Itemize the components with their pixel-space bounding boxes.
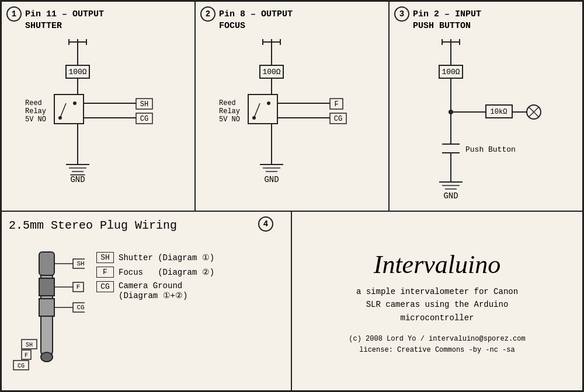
svg-text:5V NO: 5V NO xyxy=(25,116,46,124)
svg-point-38 xyxy=(252,116,256,120)
legend-list: SH Shutter (Diagram ①) F Focus (Diagram … xyxy=(96,252,214,304)
legend-text-sh: Shutter (Diagram ①) xyxy=(119,253,214,262)
diagram-3-title: Pin 2 – INPUTPUSH BUTTON xyxy=(413,9,576,32)
diagram-2-svg: 100Ω F CG Reed Relay 5V N xyxy=(213,36,371,194)
legend-row-f: F Focus (Diagram ②) xyxy=(96,267,214,278)
svg-text:SH: SH xyxy=(140,100,148,108)
diagram-1-number: 1 xyxy=(6,6,22,22)
svg-text:CG: CG xyxy=(77,304,84,311)
legend-row-cg: CG Camera Ground(Diagram ①+②) xyxy=(96,281,214,300)
svg-point-39 xyxy=(267,102,270,105)
app-copyright: (c) 2008 Lord Yo / intervaluino@sporez.c… xyxy=(349,334,525,356)
diagram-4-number: 4 xyxy=(258,216,273,232)
svg-text:F: F xyxy=(25,352,28,359)
svg-text:10kΩ: 10kΩ xyxy=(491,108,507,116)
bottom-row: 4 2.5mm Stereo Plug Wiring SH xyxy=(2,212,582,392)
svg-text:GND: GND xyxy=(70,175,85,184)
app-subtitle: a simple intervalometer for CanonSLR cam… xyxy=(356,285,518,324)
diagram-2-number: 2 xyxy=(200,6,215,22)
stereo-title: 2.5mm Stereo Plug Wiring xyxy=(9,219,284,232)
svg-text:CG: CG xyxy=(334,115,342,123)
diagram-1-svg: 100Ω SH CG Reed Relay 5V xyxy=(19,36,177,194)
svg-text:100Ω: 100Ω xyxy=(442,68,460,76)
svg-point-12 xyxy=(73,102,77,105)
legend-row-sh: SH Shutter (Diagram ①) xyxy=(96,252,214,263)
legend-label-cg: CG xyxy=(96,281,114,292)
svg-text:100Ω: 100Ω xyxy=(68,68,86,76)
legend-label-f: F xyxy=(96,267,114,278)
diagram-1-title: Pin 11 – OUTPUTSHUTTER xyxy=(25,9,189,32)
diagram-3: 3 Pin 2 – INPUTPUSH BUTTON 100Ω xyxy=(390,2,582,211)
svg-rect-91 xyxy=(39,299,54,316)
svg-point-95 xyxy=(41,352,53,362)
svg-rect-36 xyxy=(248,94,277,124)
svg-text:GND: GND xyxy=(443,191,458,201)
svg-text:Push Button: Push Button xyxy=(465,145,516,154)
stereo-box: 4 2.5mm Stereo Plug Wiring SH xyxy=(2,212,292,392)
app-title: Intervaluino xyxy=(374,250,501,279)
legend-text-cg: Camera Ground(Diagram ①+②) xyxy=(119,281,187,300)
diagram-2-title: Pin 8 – OUTPUTFOCUS xyxy=(219,9,383,32)
svg-text:F: F xyxy=(77,284,81,290)
diagram-2: 2 Pin 8 – OUTPUTFOCUS 100Ω xyxy=(196,2,390,211)
svg-rect-83 xyxy=(39,252,54,275)
legend-text-f: Focus (Diagram ②) xyxy=(119,267,214,277)
svg-text:CG: CG xyxy=(18,363,25,369)
stereo-plug-svg: SH F CG SH F xyxy=(9,246,85,380)
diagram-1: 1 Pin 11 – OUTPUTSHUTTER 100Ω xyxy=(2,2,196,211)
svg-text:5V NO: 5V NO xyxy=(219,116,240,124)
svg-point-11 xyxy=(58,116,62,120)
top-row: 1 Pin 11 – OUTPUTSHUTTER 100Ω xyxy=(2,2,582,212)
svg-text:Reed: Reed xyxy=(25,99,42,107)
svg-text:SH: SH xyxy=(77,260,84,267)
svg-text:Relay: Relay xyxy=(25,107,46,116)
main-container: 1 Pin 11 – OUTPUTSHUTTER 100Ω xyxy=(0,0,584,392)
svg-text:SH: SH xyxy=(26,342,33,348)
svg-text:Relay: Relay xyxy=(219,107,240,116)
info-box: Intervaluino a simple intervalometer for… xyxy=(292,212,582,392)
svg-text:Reed: Reed xyxy=(219,99,236,107)
svg-text:GND: GND xyxy=(264,175,279,184)
svg-rect-9 xyxy=(54,94,84,124)
diagram-3-number: 3 xyxy=(394,6,409,22)
legend-label-sh: SH xyxy=(96,252,114,263)
stereo-area: SH F CG SH F xyxy=(9,240,284,380)
diagram-3-svg: 100Ω 10kΩ xyxy=(404,36,568,205)
svg-text:CG: CG xyxy=(140,115,148,123)
svg-text:100Ω: 100Ω xyxy=(262,68,280,76)
svg-text:F: F xyxy=(334,100,338,108)
svg-rect-87 xyxy=(39,278,54,296)
